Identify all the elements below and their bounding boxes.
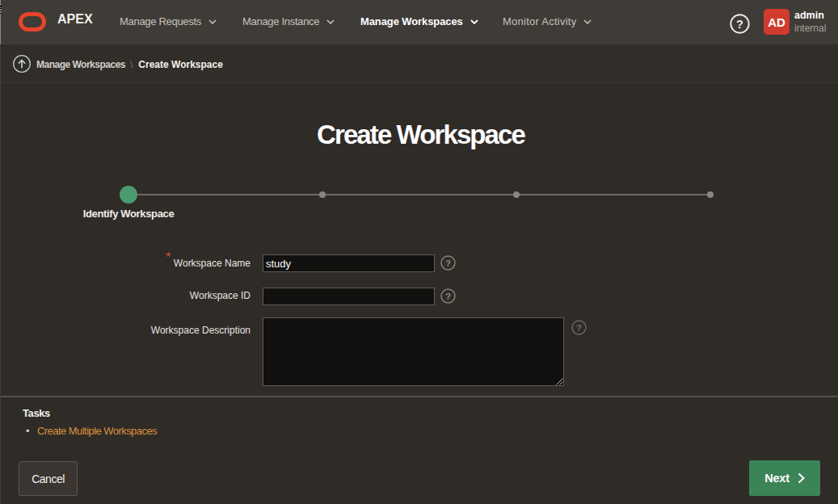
svg-text:?: ? <box>445 292 451 301</box>
svg-text:?: ? <box>736 17 743 30</box>
svg-text:?: ? <box>576 323 582 333</box>
svg-text:?: ? <box>445 258 451 268</box>
